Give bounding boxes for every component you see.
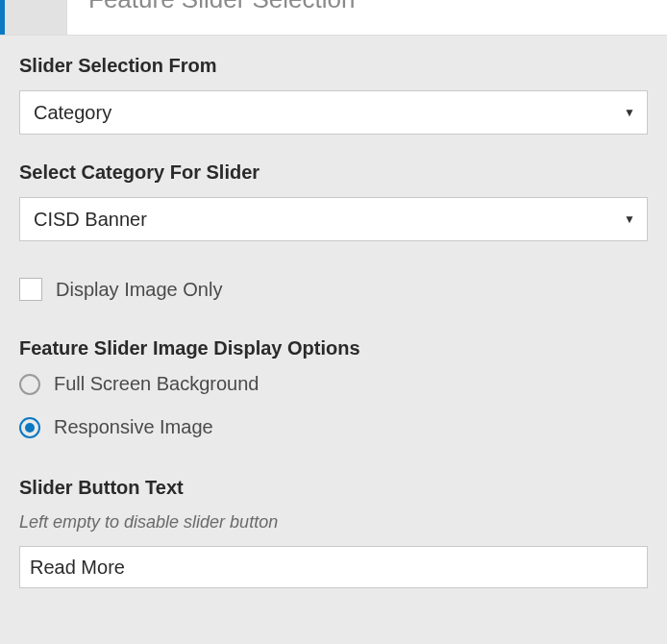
radio-dot-icon — [25, 423, 35, 433]
display-image-only-checkbox[interactable] — [19, 278, 42, 301]
slider-selection-from-select[interactable]: Category ▼ — [19, 90, 648, 135]
radio-button[interactable] — [19, 374, 40, 395]
slider-selection-from-field: Slider Selection From Category ▼ — [19, 55, 648, 135]
slider-button-text-help: Left empty to disable slider button — [19, 512, 648, 533]
section-title: Feature Slider Selection — [88, 0, 355, 12]
radio-full-screen-background[interactable]: Full Screen Background — [19, 373, 648, 395]
header-tab-indicator — [0, 0, 67, 35]
slider-button-text-input[interactable] — [19, 546, 648, 588]
settings-content: Slider Selection From Category ▼ Select … — [0, 36, 667, 634]
select-value: CISD Banner — [34, 209, 147, 231]
radio-label: Full Screen Background — [54, 373, 259, 395]
chevron-down-icon: ▼ — [624, 106, 635, 119]
slider-button-text-label: Slider Button Text — [19, 477, 648, 499]
header-panel: Feature Slider Selection — [67, 0, 667, 35]
radio-responsive-image[interactable]: Responsive Image — [19, 416, 648, 438]
display-options-label: Feature Slider Image Display Options — [19, 337, 648, 359]
select-value: Category — [34, 102, 111, 124]
display-options-field: Feature Slider Image Display Options Ful… — [19, 337, 648, 438]
select-category-field: Select Category For Slider CISD Banner ▼ — [19, 161, 648, 241]
select-category-label: Select Category For Slider — [19, 161, 648, 184]
select-category-select[interactable]: CISD Banner ▼ — [19, 197, 648, 241]
chevron-down-icon: ▼ — [624, 212, 635, 226]
display-options-radio-group: Full Screen Background Responsive Image — [19, 373, 648, 438]
display-image-only-checkbox-row[interactable]: Display Image Only — [19, 278, 648, 301]
radio-button[interactable] — [19, 417, 40, 438]
header-row: Feature Slider Selection — [0, 0, 667, 36]
slider-button-text-field: Slider Button Text Left empty to disable… — [19, 477, 648, 588]
radio-label: Responsive Image — [54, 416, 213, 438]
slider-selection-from-label: Slider Selection From — [19, 55, 648, 77]
display-image-only-label: Display Image Only — [56, 279, 222, 301]
